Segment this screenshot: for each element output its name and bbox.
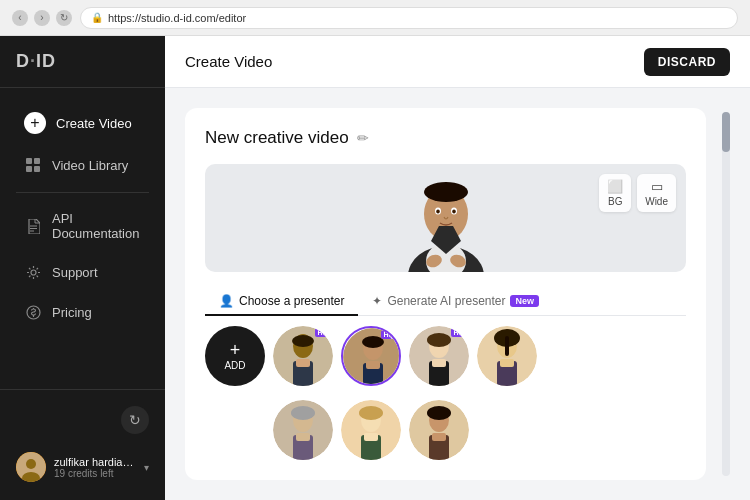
presenter-section: 👤 Choose a presenter ✦ Generate AI prese… xyxy=(205,288,686,460)
browser-bar: ‹ › ↻ 🔒 https://studio.d-id.com/editor xyxy=(0,0,750,36)
content-area: New creative video ✏ xyxy=(165,88,750,500)
svg-rect-2 xyxy=(26,166,32,172)
sidebar-refresh-area: ↻ xyxy=(8,402,157,438)
sidebar-item-pricing[interactable]: Pricing xyxy=(8,293,157,331)
wide-label: Wide xyxy=(645,196,668,207)
svg-point-20 xyxy=(452,209,456,213)
sidebar-support-label: Support xyxy=(52,265,98,280)
wide-button[interactable]: ▭ Wide xyxy=(637,174,676,212)
forward-button[interactable]: › xyxy=(34,10,50,26)
address-bar[interactable]: 🔒 https://studio.d-id.com/editor xyxy=(80,7,738,29)
presenter-figure xyxy=(396,164,496,272)
svg-point-35 xyxy=(427,333,451,347)
hd-badge-3: HQ xyxy=(451,328,468,337)
svg-rect-3 xyxy=(34,166,40,172)
right-scrollbar[interactable] xyxy=(722,112,730,476)
tab-generate-presenter[interactable]: ✦ Generate AI presenter New xyxy=(358,288,553,316)
svg-rect-41 xyxy=(505,336,509,356)
presenter-grid-row1: + ADD HQ xyxy=(205,326,686,386)
person-icon: 👤 xyxy=(219,294,234,308)
refresh-icon[interactable]: ↻ xyxy=(121,406,149,434)
new-badge: New xyxy=(510,295,539,307)
sidebar-item-api-docs[interactable]: API Documentation xyxy=(8,201,157,251)
svg-rect-0 xyxy=(26,158,32,164)
plus-icon: + xyxy=(230,341,241,359)
scrollbar-thumb xyxy=(722,112,730,152)
user-credits: 19 credits left xyxy=(54,468,136,479)
svg-rect-1 xyxy=(34,158,40,164)
svg-point-19 xyxy=(436,209,440,213)
svg-point-10 xyxy=(26,459,36,469)
sparkle-icon: ✦ xyxy=(372,294,382,308)
presenter-tabs: 👤 Choose a presenter ✦ Generate AI prese… xyxy=(205,288,686,316)
sidebar-item-create-label: Create Video xyxy=(56,116,132,131)
logo: D·ID xyxy=(16,51,56,72)
sidebar-item-video-library[interactable]: Video Library xyxy=(8,146,157,184)
svg-rect-27 xyxy=(296,359,310,367)
svg-rect-43 xyxy=(500,359,514,367)
user-profile[interactable]: zulfikar hardiansyah 19 credits left ▾ xyxy=(8,446,157,488)
sidebar-pricing-label: Pricing xyxy=(52,305,92,320)
tab-choose-presenter[interactable]: 👤 Choose a presenter xyxy=(205,288,358,316)
sidebar-divider xyxy=(16,192,149,193)
bg-button[interactable]: ⬜ BG xyxy=(599,174,631,212)
video-title-row: New creative video ✏ xyxy=(205,128,686,148)
user-avatar xyxy=(16,452,46,482)
video-preview: ⬜ BG ▭ Wide xyxy=(205,164,686,272)
presenter-thumb-5[interactable] xyxy=(273,400,333,460)
url-text: https://studio.d-id.com/editor xyxy=(108,12,246,24)
presenter-thumb-4[interactable] xyxy=(477,326,537,386)
svg-rect-58 xyxy=(432,433,446,441)
user-name: zulfikar hardiansyah xyxy=(54,456,136,468)
edit-icon[interactable]: ✏ xyxy=(357,130,369,146)
sidebar-api-docs-label: API Documentation xyxy=(52,211,141,241)
presenter-thumb-2[interactable]: HQ xyxy=(341,326,401,386)
svg-point-25 xyxy=(292,335,314,347)
generate-tab-label: Generate AI presenter xyxy=(387,294,505,308)
bg-icon: ⬜ xyxy=(607,179,623,194)
dollar-icon xyxy=(24,303,42,321)
svg-rect-32 xyxy=(366,361,380,369)
browser-controls: ‹ › ↻ xyxy=(12,10,72,26)
svg-point-46 xyxy=(291,406,315,420)
svg-point-16 xyxy=(424,182,468,202)
presenter-thumb-6[interactable] xyxy=(341,400,401,460)
svg-rect-48 xyxy=(296,433,310,441)
sidebar-item-support[interactable]: Support xyxy=(8,253,157,291)
refresh-button[interactable]: ↻ xyxy=(56,10,72,26)
video-title: New creative video xyxy=(205,128,349,148)
chevron-down-icon: ▾ xyxy=(144,462,149,473)
presenter-thumb-1[interactable]: HQ xyxy=(273,326,333,386)
user-info: zulfikar hardiansyah 19 credits left xyxy=(54,456,136,479)
svg-point-7 xyxy=(31,270,36,275)
svg-rect-53 xyxy=(364,433,378,441)
file-icon xyxy=(24,217,42,235)
bg-label: BG xyxy=(608,196,622,207)
app-header: Create Video DISCARD xyxy=(165,36,750,88)
sidebar-video-library-label: Video Library xyxy=(52,158,128,173)
video-controls: ⬜ BG ▭ Wide xyxy=(599,174,676,212)
app-container: D·ID + Create Video Video Library xyxy=(0,36,750,500)
presenter-thumb-7[interactable] xyxy=(409,400,469,460)
sidebar-item-create-video[interactable]: + Create Video xyxy=(8,102,157,144)
svg-rect-37 xyxy=(432,359,446,367)
presenter-grid-row2 xyxy=(205,400,686,460)
svg-point-51 xyxy=(359,406,383,420)
hd-badge-1: HQ xyxy=(315,328,332,337)
page-title: Create Video xyxy=(185,53,272,70)
back-button[interactable]: ‹ xyxy=(12,10,28,26)
add-label: ADD xyxy=(224,360,245,371)
presenter-thumb-3[interactable]: HQ xyxy=(409,326,469,386)
editor-panel: New creative video ✏ xyxy=(185,108,706,480)
sidebar: D·ID + Create Video Video Library xyxy=(0,36,165,500)
add-presenter-button[interactable]: + ADD xyxy=(205,326,265,386)
discard-button[interactable]: DISCARD xyxy=(644,48,730,76)
sidebar-bottom: ↻ zulfikar hardiansyah 19 credits left ▾ xyxy=(0,389,165,500)
main-area: Create Video DISCARD New creative video … xyxy=(165,36,750,500)
grid-icon xyxy=(24,156,42,174)
settings-icon xyxy=(24,263,42,281)
lock-icon: 🔒 xyxy=(91,12,103,23)
hd-badge-2: HQ xyxy=(381,330,398,339)
sidebar-header: D·ID xyxy=(0,36,165,88)
plus-circle-icon: + xyxy=(24,112,46,134)
